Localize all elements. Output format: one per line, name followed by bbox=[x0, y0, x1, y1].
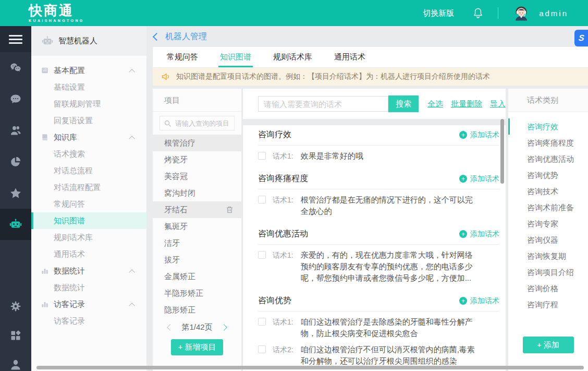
project-item[interactable]: 洁牙 bbox=[153, 235, 241, 252]
project-item-label: 根管治疗 bbox=[164, 135, 195, 151]
project-item[interactable]: 氟斑牙 bbox=[153, 218, 241, 235]
bell-icon[interactable] bbox=[473, 7, 483, 19]
sidebar-item[interactable]: 常规问答 bbox=[31, 196, 146, 212]
sidebar-item[interactable]: 对话流程配置 bbox=[31, 179, 146, 196]
sidebar-item[interactable]: 话术搜索 bbox=[31, 146, 146, 162]
sidebar-group-header[interactable]: 数据统计 bbox=[31, 262, 146, 279]
hamburger-menu-icon[interactable] bbox=[0, 26, 31, 52]
sidebar-item[interactable]: 知识图谱 bbox=[31, 212, 146, 229]
project-item[interactable]: 根管治疗 bbox=[153, 135, 241, 151]
checkbox[interactable] bbox=[258, 318, 266, 326]
sidebar-group-label: 数据统计 bbox=[54, 266, 85, 276]
breadcrumb[interactable]: 机器人管理 bbox=[146, 26, 207, 47]
tab-item[interactable]: 规则话术库 bbox=[272, 47, 314, 67]
script-item-text: 咱们这边根管治疗是去除感染的牙髓和毒性分解产物，防止根尖病变和促进根尖愈合 bbox=[301, 316, 476, 339]
sidebar-group-label: 知识库 bbox=[54, 133, 77, 142]
checkbox[interactable] bbox=[258, 196, 266, 204]
category-item[interactable]: 咨询疗效 bbox=[508, 118, 588, 135]
floating-widget-badge[interactable]: S bbox=[574, 30, 588, 46]
script-sections: 咨询疗效+添加话术话术1:效果是非常好的哦咨询疼痛程度+添加话术话术1:根管治疗… bbox=[243, 125, 506, 371]
sidebar-group-header[interactable]: 知识库 bbox=[31, 129, 146, 146]
project-item[interactable]: 半隐形矫正 bbox=[153, 285, 241, 302]
tab-bar: 常规问答知识图谱规则话术库通用话术 bbox=[153, 47, 588, 68]
tab-item[interactable]: 知识图谱 bbox=[218, 47, 253, 67]
add-script-button[interactable]: +添加话术 bbox=[459, 296, 499, 306]
trash-icon[interactable] bbox=[226, 206, 233, 213]
project-item[interactable]: 牙结石 bbox=[153, 201, 241, 218]
project-item[interactable]: 烤瓷牙 bbox=[153, 151, 241, 168]
category-item[interactable]: 咨询价格 bbox=[508, 280, 588, 296]
notice-banner: 知识图谱是配置项目话术的图谱。例如：【项目介绍话术】为：机器人进行项目介绍所使用… bbox=[153, 68, 588, 86]
checkbox[interactable] bbox=[258, 251, 266, 259]
username-label[interactable]: admin bbox=[539, 9, 568, 18]
apps-icon[interactable] bbox=[0, 321, 31, 350]
search-button[interactable]: 搜索 bbox=[388, 95, 419, 112]
category-item[interactable]: 咨询恢复期 bbox=[508, 248, 588, 264]
project-search-input[interactable] bbox=[174, 119, 230, 128]
category-item[interactable]: 咨询优势 bbox=[508, 167, 588, 183]
sidebar-group-header[interactable]: 访客记录 bbox=[31, 296, 146, 313]
script-item-label: 话术1: bbox=[273, 318, 293, 339]
project-item[interactable]: 隐形矫正 bbox=[153, 302, 241, 318]
add-category-button[interactable]: + 添加 bbox=[523, 337, 574, 353]
category-panel: 话术类别 咨询疗效咨询疼痛程度咨询优惠活动咨询优势咨询技术咨询术前准备咨询专家咨… bbox=[508, 89, 588, 371]
action-link[interactable]: 导入 bbox=[490, 99, 506, 109]
add-script-button[interactable]: +添加话术 bbox=[459, 130, 499, 140]
sidebar-item[interactable]: 对话总流程 bbox=[31, 162, 146, 179]
sidebar-item[interactable]: 访客记录 bbox=[31, 313, 146, 329]
star-icon[interactable] bbox=[0, 177, 31, 209]
section-title: 咨询疼痛程度 bbox=[258, 173, 308, 184]
add-script-button[interactable]: +添加话术 bbox=[459, 230, 499, 239]
add-project-button[interactable]: + 新增项目 bbox=[171, 339, 223, 355]
chat-icon[interactable] bbox=[0, 83, 31, 115]
category-item[interactable]: 咨询专家 bbox=[508, 216, 588, 232]
vertical-scrollbar[interactable] bbox=[500, 119, 504, 184]
switch-version-link[interactable]: 切换新版 bbox=[423, 8, 454, 18]
project-search-box bbox=[160, 116, 235, 130]
wechat-icon[interactable] bbox=[0, 52, 31, 83]
project-item[interactable]: 美容冠 bbox=[153, 168, 241, 185]
pie-icon[interactable] bbox=[0, 146, 31, 177]
category-item[interactable]: 咨询疗程 bbox=[508, 296, 588, 313]
add-script-label: 添加话术 bbox=[470, 296, 499, 306]
sidebar-group-header[interactable]: 基本配置 bbox=[31, 62, 146, 79]
horizontal-scrollbar[interactable] bbox=[36, 366, 584, 369]
tab-item[interactable]: 通用话术 bbox=[333, 47, 367, 67]
robot-icon[interactable] bbox=[0, 209, 31, 240]
section-title: 咨询优势 bbox=[258, 295, 291, 306]
user-icon[interactable] bbox=[0, 350, 31, 371]
sidebar-item[interactable]: 基础设置 bbox=[31, 79, 146, 95]
action-link[interactable]: 全选 bbox=[427, 99, 443, 109]
category-item[interactable]: 咨询仪器 bbox=[508, 232, 588, 248]
category-item[interactable]: 咨询优惠活动 bbox=[508, 151, 588, 167]
sidebar-item[interactable]: 数据统计 bbox=[31, 279, 146, 296]
sidebar-item[interactable]: 规则话术库 bbox=[31, 229, 146, 246]
users-icon[interactable] bbox=[0, 115, 31, 146]
chevron-up-icon bbox=[129, 136, 134, 141]
topbar-actions: 切换新版 bbox=[423, 4, 588, 22]
sidebar-item[interactable]: 留联规则管理 bbox=[31, 95, 146, 112]
checkbox[interactable] bbox=[258, 345, 266, 353]
script-item-text: 根管治疗都是在无痛的情况下进行的，这个可以完全放心的 bbox=[301, 194, 476, 217]
category-item[interactable]: 咨询术前准备 bbox=[508, 199, 588, 216]
sidebar-item[interactable]: 回复语设置 bbox=[31, 112, 146, 129]
prev-page-icon[interactable] bbox=[167, 324, 174, 331]
add-script-button[interactable]: +添加话术 bbox=[459, 174, 499, 184]
next-page-icon[interactable] bbox=[220, 324, 227, 331]
project-item[interactable]: 拔牙 bbox=[153, 252, 241, 268]
project-item[interactable]: 金属矫正 bbox=[153, 268, 241, 285]
action-link[interactable]: 批量删除 bbox=[451, 99, 482, 109]
category-item[interactable]: 咨询疼痛程度 bbox=[508, 135, 588, 151]
plus-icon: + bbox=[459, 175, 467, 183]
tab-item[interactable]: 常规问答 bbox=[165, 47, 200, 67]
project-item[interactable]: 窝沟封闭 bbox=[153, 185, 241, 201]
project-item-label: 氟斑牙 bbox=[164, 218, 188, 235]
checkbox[interactable] bbox=[258, 152, 266, 160]
user-avatar[interactable] bbox=[512, 4, 531, 22]
gear-icon[interactable] bbox=[0, 292, 31, 321]
script-search-input[interactable] bbox=[258, 96, 388, 112]
project-search-row bbox=[153, 112, 241, 135]
category-item[interactable]: 咨询项目介绍 bbox=[508, 264, 588, 280]
sidebar-item[interactable]: 通用话术 bbox=[31, 246, 146, 262]
category-item[interactable]: 咨询技术 bbox=[508, 183, 588, 199]
